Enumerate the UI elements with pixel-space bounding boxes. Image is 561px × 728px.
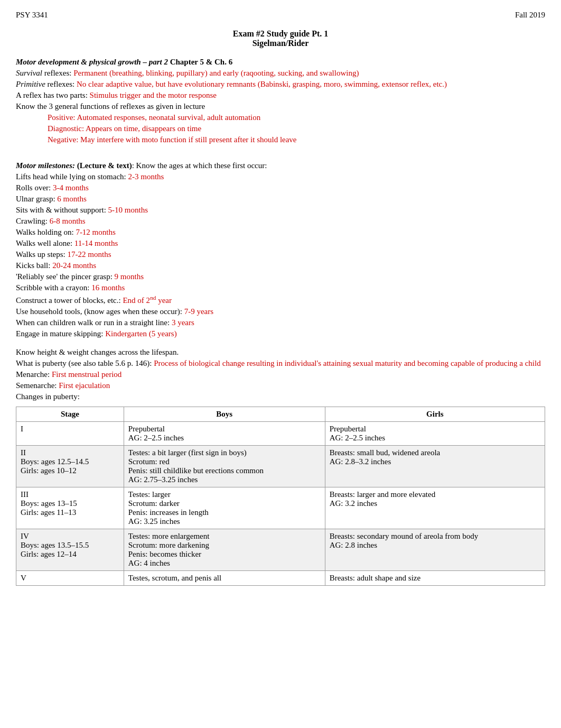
- header-left: PSY 3341: [16, 11, 48, 20]
- section-puberty: Know height & weight changes across the …: [16, 348, 545, 401]
- boys-v: Testes, scrotum, and penis all: [124, 571, 325, 586]
- section-motor-milestones: Motor milestones: (Lecture & text): Know…: [16, 161, 545, 338]
- col-stage: Stage: [16, 407, 124, 422]
- menarche-red: First menstrual period: [52, 370, 121, 379]
- puberty-question: What is puberty (see also table 5.6 p. 1…: [16, 359, 154, 367]
- milestones-heading-bold: (Lecture & text): [75, 161, 132, 170]
- primitive-red: No clear adaptive value, but have evolut…: [77, 80, 447, 88]
- table-row: I PrepubertalAG: 2–2.5 inches Prepuberta…: [16, 422, 545, 446]
- survival-label: Survival: [16, 69, 42, 77]
- table-row: IIIBoys: ages 13–15Girls: ages 11–13 Tes…: [16, 487, 545, 529]
- milestones-heading-italic: Motor milestones:: [16, 161, 75, 170]
- milestone-0: Lifts head while lying on stomach: 2-3 m…: [16, 172, 545, 181]
- milestone-9: 'Reliably see' the pincer grasp: 9 month…: [16, 272, 545, 281]
- milestone-4: Crawling: 6-8 months: [16, 217, 545, 226]
- stage-v: V: [16, 571, 124, 586]
- puberty-table: Stage Boys Girls I PrepubertalAG: 2–2.5 …: [16, 407, 545, 586]
- reflex-parts-red: Stimulus trigger and the motor response: [90, 91, 217, 99]
- milestone-10: Scribble with a crayon: 16 months: [16, 283, 545, 292]
- negative-red: Negative: May interfere with moto functi…: [48, 135, 297, 144]
- menarche-label: Menarche:: [16, 370, 52, 379]
- milestones-intro: : Know the ages at which these first occ…: [132, 161, 267, 170]
- milestone-11: Construct a tower of blocks, etc.: End o…: [16, 294, 545, 305]
- boys-ii: Testes: a bit larger (first sign in boys…: [124, 446, 325, 487]
- semenarche-label: Semenarche:: [16, 381, 59, 390]
- milestone-8: Kicks ball: 20-24 months: [16, 261, 545, 270]
- know-height: Know height & weight changes across the …: [16, 348, 545, 357]
- section1-heading-italic: Motor development & physical growth – pa…: [16, 58, 168, 66]
- milestone-3: Sits with & without support: 5-10 months: [16, 206, 545, 215]
- boys-i: PrepubertalAG: 2–2.5 inches: [124, 422, 325, 446]
- semenarche-red: First ejaculation: [59, 381, 110, 390]
- page-title: Exam #2 Study guide Pt. 1 Sigelman/Rider: [16, 29, 545, 48]
- section1-heading-bold: Chapter 5 & Ch. 6: [168, 58, 232, 66]
- table-row: V Testes, scrotum, and penis all Breasts…: [16, 571, 545, 586]
- header-right: Fall 2019: [515, 11, 545, 20]
- reflex-parts-text: A reflex has two parts:: [16, 91, 90, 99]
- girls-iv: Breasts: secondary mound of areola from …: [325, 529, 545, 571]
- table-row: IIBoys: ages 12.5–14.5Girls: ages 10–12 …: [16, 446, 545, 487]
- changes-label: Changes in puberty:: [16, 392, 545, 401]
- survival-text: reflexes:: [42, 69, 73, 77]
- girls-i: PrepubertalAG: 2–2.5 inches: [325, 422, 545, 446]
- milestone-14: Engage in mature skipping: Kindergarten …: [16, 329, 545, 338]
- positive-red: Positive: Automated responses, neonatal …: [48, 113, 260, 122]
- section-motor-development: Motor development & physical growth – pa…: [16, 58, 545, 144]
- milestone-1: Rolls over: 3-4 months: [16, 183, 545, 192]
- milestone-7: Walks up steps: 17-22 months: [16, 250, 545, 259]
- stage-ii: IIBoys: ages 12.5–14.5Girls: ages 10–12: [16, 446, 124, 487]
- survival-red: Permanent (breathing, blinking, pupillar…: [73, 69, 359, 77]
- milestone-12: Use household tools, (know ages when the…: [16, 307, 545, 316]
- milestone-13: When can children walk or run in a strai…: [16, 318, 545, 327]
- table-row: IVBoys: ages 13.5–15.5Girls: ages 12–14 …: [16, 529, 545, 571]
- stage-i: I: [16, 422, 124, 446]
- boys-iv: Testes: more enlargementScrotum: more da…: [124, 529, 325, 571]
- milestone-5: Walks holding on: 7-12 months: [16, 228, 545, 237]
- puberty-red: Process of biological change resulting i…: [154, 359, 541, 367]
- primitive-label: Primitive: [16, 80, 45, 88]
- know-3: Know the 3 general functions of reflexes…: [16, 102, 545, 111]
- milestone-2: Ulnar grasp: 6 months: [16, 195, 545, 204]
- diagnostic-red: Diagnostic: Appears on time, disappears …: [48, 124, 201, 133]
- girls-v: Breasts: adult shape and size: [325, 571, 545, 586]
- col-boys: Boys: [124, 407, 325, 422]
- girls-ii: Breasts: small bud, widened areolaAG: 2.…: [325, 446, 545, 487]
- boys-iii: Testes: largerScrotum: darkerPenis: incr…: [124, 487, 325, 529]
- stage-iii: IIIBoys: ages 13–15Girls: ages 11–13: [16, 487, 124, 529]
- primitive-text: reflexes:: [45, 80, 77, 88]
- col-girls: Girls: [325, 407, 545, 422]
- girls-iii: Breasts: larger and more elevatedAG: 3.2…: [325, 487, 545, 529]
- milestone-6: Walks well alone: 11-14 months: [16, 239, 545, 248]
- stage-iv: IVBoys: ages 13.5–15.5Girls: ages 12–14: [16, 529, 124, 571]
